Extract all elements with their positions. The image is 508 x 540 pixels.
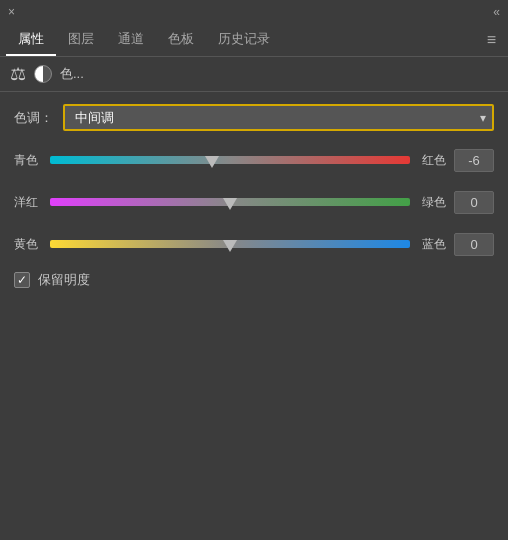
preserve-checkbox-wrapper[interactable]	[14, 272, 30, 288]
tone-label: 色调：	[14, 109, 53, 127]
slider-cyan-red[interactable]	[50, 145, 410, 175]
preserve-label: 保留明度	[38, 271, 90, 289]
circle-icon	[34, 65, 52, 83]
value-input-yellow-blue[interactable]	[454, 233, 494, 256]
collapse-icon[interactable]: «	[493, 5, 500, 19]
tab-history[interactable]: 历史记录	[206, 24, 282, 56]
slider-row-yellow-blue: 黄色 蓝色	[14, 229, 494, 259]
tone-select-wrapper: 阴影 中间调 高光 ▾	[63, 104, 494, 131]
preserve-checkbox[interactable]	[14, 272, 30, 288]
main-panel: 色调： 阴影 中间调 高光 ▾ 青色 红色 洋红 绿色	[0, 92, 508, 301]
slider-row-cyan-red: 青色 红色	[14, 145, 494, 175]
slider-thumb-magenta-green[interactable]	[223, 198, 237, 210]
tone-select[interactable]: 阴影 中间调 高光	[63, 104, 494, 131]
title-bar: × «	[0, 0, 508, 24]
tab-channels[interactable]: 通道	[106, 24, 156, 56]
slider-label-yellow: 黄色	[14, 236, 42, 253]
balance-icon: ⚖	[10, 63, 26, 85]
tab-properties[interactable]: 属性	[6, 24, 56, 56]
close-icon[interactable]: ×	[8, 5, 15, 19]
panel-title: 色...	[60, 65, 84, 83]
panel-header: ⚖ 色...	[0, 57, 508, 92]
slider-magenta-green[interactable]	[50, 187, 410, 217]
preserve-row: 保留明度	[14, 271, 494, 289]
slider-track-magenta-green	[50, 198, 410, 206]
tab-bar: 属性 图层 通道 色板 历史记录 ≡	[0, 24, 508, 57]
slider-label-cyan: 青色	[14, 152, 42, 169]
slider-thumb-yellow-blue[interactable]	[223, 240, 237, 252]
slider-thumb-cyan-red[interactable]	[205, 156, 219, 168]
slider-label-red: 红色	[418, 152, 446, 169]
tab-swatches[interactable]: 色板	[156, 24, 206, 56]
value-input-cyan-red[interactable]	[454, 149, 494, 172]
slider-yellow-blue[interactable]	[50, 229, 410, 259]
slider-label-blue: 蓝色	[418, 236, 446, 253]
slider-label-green: 绿色	[418, 194, 446, 211]
tone-row: 色调： 阴影 中间调 高光 ▾	[14, 104, 494, 131]
slider-track-yellow-blue	[50, 240, 410, 248]
panel-menu-icon[interactable]: ≡	[481, 27, 502, 53]
slider-track-cyan-red	[50, 156, 410, 164]
slider-label-magenta: 洋红	[14, 194, 42, 211]
tab-layers[interactable]: 图层	[56, 24, 106, 56]
slider-row-magenta-green: 洋红 绿色	[14, 187, 494, 217]
value-input-magenta-green[interactable]	[454, 191, 494, 214]
